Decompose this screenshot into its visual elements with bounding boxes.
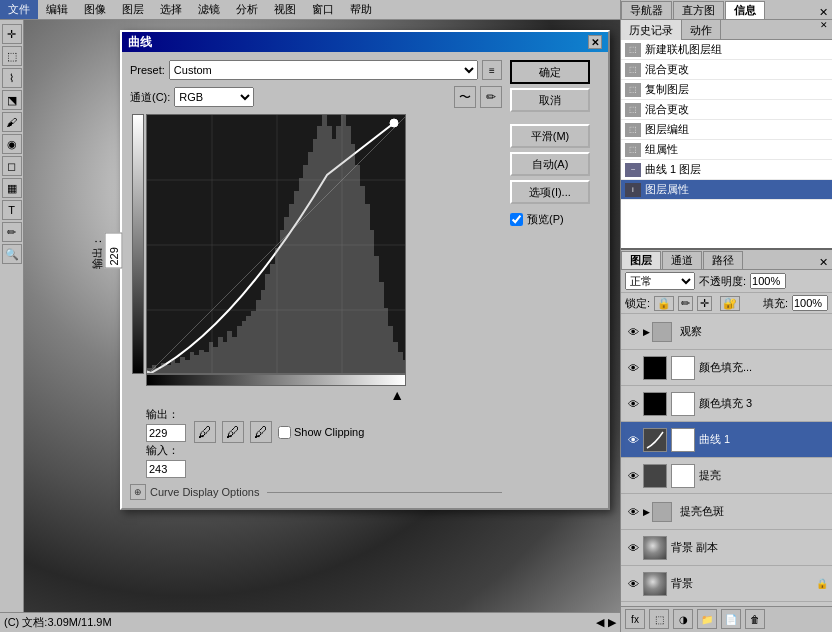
curves-close-btn[interactable]: ✕	[588, 35, 602, 49]
menu-analyze[interactable]: 分析	[228, 0, 266, 19]
curve-display-toggle[interactable]: ⊕	[130, 484, 146, 500]
menu-select[interactable]: 选择	[152, 0, 190, 19]
tool-select[interactable]: ⬚	[2, 46, 22, 66]
layer-item-3[interactable]: 👁 曲线 1	[621, 422, 832, 458]
layer-eye-1[interactable]: 👁	[625, 360, 641, 376]
output-field-input[interactable]	[146, 424, 186, 442]
tool-brush[interactable]: 🖌	[2, 112, 22, 132]
tab-histogram[interactable]: 直方图	[673, 1, 724, 19]
menu-window[interactable]: 窗口	[304, 0, 342, 19]
curve-draw-btn[interactable]: ✏	[480, 86, 502, 108]
smooth-button[interactable]: 平滑(M)	[510, 124, 590, 148]
lock-icon[interactable]: 🔒	[654, 296, 674, 311]
tool-zoom[interactable]: 🔍	[2, 244, 22, 264]
history-close-btn[interactable]: ✕	[816, 20, 832, 39]
eyedropper-black[interactable]: 🖊	[194, 421, 216, 443]
layer-thumb-1	[643, 356, 667, 380]
layer-eye-7[interactable]: 👁	[625, 576, 641, 592]
history-item-4[interactable]: ⬚ 图层编组	[621, 120, 832, 140]
history-item-3[interactable]: ⬚ 混合更改	[621, 100, 832, 120]
layer-eye-3[interactable]: 👁	[625, 432, 641, 448]
right-top-close[interactable]: ✕	[815, 6, 832, 19]
layer-delete-btn[interactable]: 🗑	[745, 609, 765, 629]
options-button[interactable]: 选项(I)...	[510, 180, 590, 204]
opacity-input[interactable]	[750, 273, 786, 289]
tool-eraser[interactable]: ◻	[2, 156, 22, 176]
history-item-7[interactable]: i 图层属性	[621, 180, 832, 200]
layer-item-0[interactable]: 👁 ▶ 观察	[621, 314, 832, 350]
tool-crop[interactable]: ⬔	[2, 90, 22, 110]
output-value-input[interactable]	[105, 233, 123, 269]
move-lock-icon[interactable]: ✛	[697, 296, 712, 311]
layer-name-1: 颜色填充...	[699, 360, 828, 375]
tab-actions[interactable]: 动作	[682, 20, 721, 40]
menu-layer[interactable]: 图层	[114, 0, 152, 19]
show-clipping-label[interactable]: Show Clipping	[278, 426, 364, 439]
menu-help[interactable]: 帮助	[342, 0, 380, 19]
eyedropper-white[interactable]: 🖊	[250, 421, 272, 443]
history-item-2[interactable]: ⬚ 复制图层	[621, 80, 832, 100]
history-item-5[interactable]: ⬚ 组属性	[621, 140, 832, 160]
tab-channels[interactable]: 通道	[662, 251, 702, 269]
layer-mask-btn[interactable]: ⬚	[649, 609, 669, 629]
tab-info[interactable]: 信息	[725, 1, 765, 19]
layer-eye-2[interactable]: 👁	[625, 396, 641, 412]
menu-edit[interactable]: 编辑	[38, 0, 76, 19]
layer-fx-btn[interactable]: fx	[625, 609, 645, 629]
arrow-right-btn[interactable]: ▶	[608, 616, 616, 629]
curves-graph[interactable]	[146, 114, 406, 374]
all-lock-icon[interactable]: 🔐	[720, 296, 740, 311]
layers-close-btn[interactable]: ✕	[815, 256, 832, 269]
layer-mask-4	[671, 464, 695, 488]
layer-name-4: 提亮	[699, 468, 828, 483]
curve-pencil-btn[interactable]: 〜	[454, 86, 476, 108]
curves-left-panel: Preset: Custom ≡ 通道(C): RGB 〜 ✏	[130, 60, 502, 500]
input-field-input[interactable]	[146, 460, 186, 478]
fill-input[interactable]	[792, 295, 828, 311]
eyedropper-gray[interactable]: 🖊	[222, 421, 244, 443]
tool-move[interactable]: ✛	[2, 24, 22, 44]
menu-filter[interactable]: 滤镜	[190, 0, 228, 19]
arrow-left-btn[interactable]: ◀	[596, 616, 604, 629]
curves-right-buttons: 确定 取消 平滑(M) 自动(A) 选项(I)... 预览(P)	[510, 60, 600, 500]
history-item-0[interactable]: ⬚ 新建联机图层组	[621, 40, 832, 60]
menu-view[interactable]: 视图	[266, 0, 304, 19]
auto-button[interactable]: 自动(A)	[510, 152, 590, 176]
show-clipping-checkbox[interactable]	[278, 426, 291, 439]
tab-navigator[interactable]: 导航器	[621, 1, 672, 19]
layer-adj-btn[interactable]: ◑	[673, 609, 693, 629]
preview-checkbox[interactable]	[510, 213, 523, 226]
layer-eye-6[interactable]: 👁	[625, 540, 641, 556]
layer-folder-btn[interactable]: 📁	[697, 609, 717, 629]
layer-item-7[interactable]: 👁 背景 🔒	[621, 566, 832, 602]
preset-options-btn[interactable]: ≡	[482, 60, 502, 80]
layer-item-4[interactable]: 👁 提亮	[621, 458, 832, 494]
channel-select[interactable]: RGB	[174, 87, 254, 107]
tab-history[interactable]: 历史记录	[621, 20, 682, 40]
cancel-button[interactable]: 取消	[510, 88, 590, 112]
brush-lock-icon[interactable]: ✏	[678, 296, 693, 311]
tool-pen[interactable]: ✏	[2, 222, 22, 242]
layer-eye-4[interactable]: 👁	[625, 468, 641, 484]
menu-image[interactable]: 图像	[76, 0, 114, 19]
blend-mode-select[interactable]: 正常	[625, 272, 695, 290]
layer-item-1[interactable]: 👁 颜色填充...	[621, 350, 832, 386]
layer-item-2[interactable]: 👁 颜色填充 3	[621, 386, 832, 422]
layer-new-btn[interactable]: 📄	[721, 609, 741, 629]
layer-eye-5[interactable]: 👁	[625, 504, 641, 520]
tab-paths[interactable]: 路径	[703, 251, 743, 269]
tool-stamp[interactable]: ◉	[2, 134, 22, 154]
tab-layers[interactable]: 图层	[621, 251, 661, 269]
curves-titlebar: 曲线 ✕	[122, 32, 608, 52]
tool-gradient[interactable]: ▦	[2, 178, 22, 198]
layer-item-5[interactable]: 👁 ▶ 提亮色斑	[621, 494, 832, 530]
preset-select[interactable]: Custom	[169, 60, 478, 80]
layer-item-6[interactable]: 👁 背景 副本	[621, 530, 832, 566]
history-item-6[interactable]: ~ 曲线 1 图层	[621, 160, 832, 180]
menu-file[interactable]: 文件	[0, 0, 38, 19]
layer-eye-0[interactable]: 👁	[625, 324, 641, 340]
tool-text[interactable]: T	[2, 200, 22, 220]
history-item-1[interactable]: ⬚ 混合更改	[621, 60, 832, 80]
confirm-button[interactable]: 确定	[510, 60, 590, 84]
tool-lasso[interactable]: ⌇	[2, 68, 22, 88]
